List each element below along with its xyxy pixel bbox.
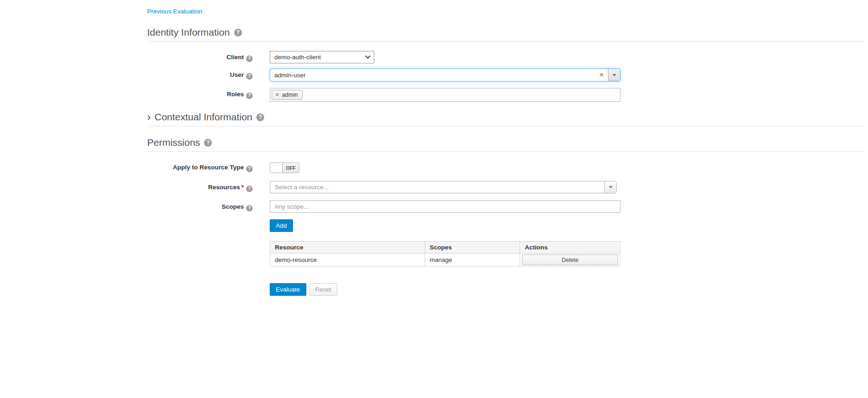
section-divider [147,41,864,42]
chevron-down-icon [365,53,370,58]
user-select: ✕ [270,68,620,81]
roles-label-cell: Roles? [147,88,253,99]
help-icon[interactable]: ? [204,139,212,147]
add-button[interactable]: Add [270,219,293,232]
previous-evaluation-link[interactable]: Previous Evaluation [147,8,202,15]
help-icon[interactable]: ? [234,29,242,37]
contextual-information-heading[interactable]: › Contextual Information ? [147,112,864,123]
resources-label: Resources [208,184,240,191]
permissions-title: Permissions [147,137,200,148]
policy-evaluate-page: Previous Evaluation Identity Information… [147,0,864,296]
permissions-heading: Permissions ? [147,137,864,148]
apply-to-resource-type-label-cell: Apply to Resource Type? [147,162,253,172]
resources-placeholder: Select a resource... [270,181,604,193]
footer-actions-row: Evaluate Reset [147,283,864,296]
chevron-down-icon [609,186,613,188]
user-control-cell: ✕ [270,68,620,81]
apply-to-resource-type-row: Apply to Resource Type? OFF [147,162,864,173]
scopes-control-cell [270,200,620,213]
scopes-cell: manage [425,254,520,267]
user-dropdown-toggle[interactable] [608,69,620,81]
roles-row: Roles? ✕ admin [147,88,864,102]
apply-to-resource-type-control-cell: OFF [270,162,299,173]
section-divider [147,126,864,126]
help-icon[interactable]: ? [246,166,253,172]
user-label: User [230,71,244,78]
client-label: Client [226,54,244,61]
roles-control-cell: ✕ admin [270,88,620,102]
identity-information-title: Identity Information [147,27,230,38]
table-header-row: Resource Scopes Actions [270,242,620,254]
help-icon[interactable]: ? [256,113,264,121]
required-marker: * [242,184,244,191]
clear-icon[interactable]: ✕ [599,72,604,78]
client-select[interactable]: demo-auth-client [270,51,374,63]
delete-button[interactable]: Delete [522,255,618,265]
resource-cell: demo-resource [270,254,425,267]
apply-to-resource-type-label: Apply to Resource Type [173,164,244,171]
client-row: Client? demo-auth-client [147,51,864,63]
table-row: demo-resource manage Delete [270,254,620,267]
resources-control-cell: Select a resource... [270,181,617,193]
permissions-table-row: Resource Scopes Actions demo-resource ma… [147,241,864,267]
role-tag-label: admin [282,92,298,98]
user-row: User? ✕ [147,68,864,81]
roles-label: Roles [227,91,244,98]
actions-column-header: Actions [520,242,620,254]
section-divider [147,151,864,152]
chevron-right-icon: › [147,112,151,122]
resources-label-cell: Resources*? [147,181,253,192]
role-tag: ✕ admin [272,90,303,100]
chevron-down-icon [613,74,616,76]
permissions-table: Resource Scopes Actions demo-resource ma… [270,241,620,267]
scopes-column-header: Scopes [425,242,520,254]
scopes-label-cell: Scopes? [147,200,253,211]
resources-select[interactable]: Select a resource... [270,181,617,193]
client-label-cell: Client? [147,51,253,62]
contextual-information-title: Contextual Information [155,112,252,123]
roles-multiselect[interactable]: ✕ admin [270,88,620,102]
toggle-handle [270,163,283,173]
help-icon[interactable]: ? [246,205,253,211]
user-search-input[interactable] [270,69,599,81]
identity-information-heading: Identity Information ? [147,27,864,38]
scopes-row: Scopes? [147,200,864,213]
scopes-label: Scopes [222,203,244,210]
client-control-cell: demo-auth-client [270,51,374,63]
add-row: Add [147,219,864,232]
resources-row: Resources*? Select a resource... [147,181,864,193]
help-icon[interactable]: ? [246,93,253,99]
toggle-state-label: OFF [283,163,299,173]
help-icon[interactable]: ? [246,56,253,62]
resources-dropdown-toggle[interactable] [604,181,616,193]
help-icon[interactable]: ? [246,186,253,192]
evaluate-button[interactable]: Evaluate [270,283,306,296]
scopes-input[interactable] [270,200,620,213]
apply-to-resource-type-toggle[interactable]: OFF [270,162,299,173]
client-select-value: demo-auth-client [274,54,321,61]
actions-cell: Delete [520,254,620,267]
reset-button[interactable]: Reset [310,283,337,296]
help-icon[interactable]: ? [246,73,253,80]
remove-tag-icon[interactable]: ✕ [275,93,279,97]
user-label-cell: User? [147,68,253,80]
resource-column-header: Resource [270,242,425,254]
